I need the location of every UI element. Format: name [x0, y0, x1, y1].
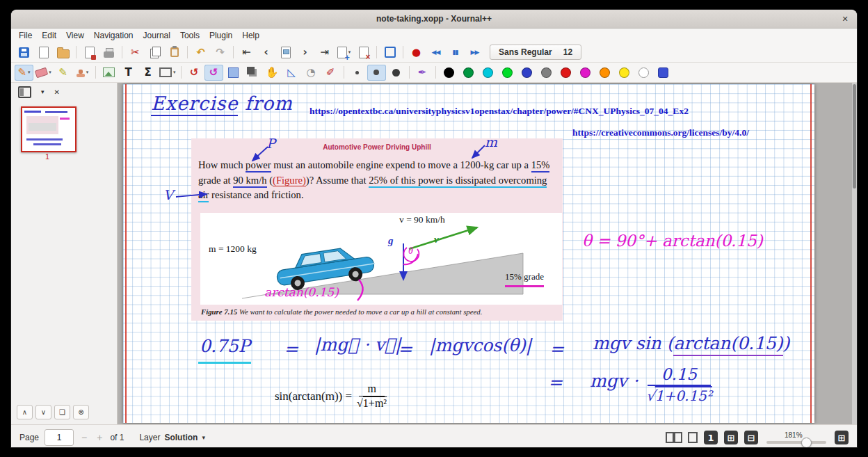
gravity-vector-label: g⃗: [388, 235, 401, 247]
color-black[interactable]: [440, 65, 458, 81]
color-magenta[interactable]: [576, 65, 595, 81]
vertical-scrollbar[interactable]: [852, 83, 857, 424]
source-url-link[interactable]: https://opentextbc.ca/universityphysicsv…: [310, 106, 689, 117]
two-page-view-icon[interactable]: [666, 432, 674, 443]
color-blue[interactable]: [517, 65, 536, 81]
page-number-input[interactable]: [45, 429, 74, 446]
delete-page-icon[interactable]: [354, 45, 373, 61]
fountain-pen-icon[interactable]: ✒: [413, 65, 432, 81]
chevron-up-icon[interactable]: ∧: [17, 405, 33, 419]
menu-help[interactable]: Help: [237, 29, 264, 42]
size-fine-icon[interactable]: [348, 65, 367, 81]
lasso-select-icon[interactable]: ↺: [204, 65, 223, 81]
previous-page-icon[interactable]: ‹: [257, 45, 275, 61]
zoom-slider-knob[interactable]: [801, 438, 812, 447]
pen-tool-icon[interactable]: ✎▾: [15, 65, 33, 81]
license-url-link[interactable]: https://creativecommons.org/licenses/by/…: [572, 127, 749, 138]
menu-navigation[interactable]: Navigation: [89, 29, 138, 42]
cut-icon[interactable]: ✂: [126, 45, 145, 61]
new-document-icon[interactable]: [34, 45, 53, 61]
layer-chevron-icon[interactable]: ▾: [202, 434, 205, 441]
shape-tool-icon[interactable]: ▾: [158, 65, 177, 81]
highlighter-tool-icon[interactable]: ✎: [54, 65, 72, 81]
image-tool-icon[interactable]: [99, 65, 118, 81]
next-page-icon[interactable]: ›: [296, 45, 314, 61]
single-page-view-icon[interactable]: [688, 432, 698, 443]
color-cyan[interactable]: [479, 65, 497, 81]
print-icon[interactable]: [99, 45, 118, 61]
layer-stack-icon[interactable]: [243, 65, 262, 81]
color-yellow[interactable]: [615, 65, 634, 81]
zoom-slider[interactable]: [766, 441, 826, 444]
color-gray[interactable]: [537, 65, 556, 81]
toolbar-separator: [187, 46, 188, 58]
hand-tool-icon[interactable]: ✋: [263, 65, 282, 81]
menu-plugin[interactable]: Plugin: [204, 29, 237, 42]
zoom-out-badge[interactable]: ⊟: [744, 431, 758, 444]
page-thumbnail[interactable]: [21, 106, 77, 152]
paste-icon[interactable]: [165, 45, 184, 61]
color-orange: [600, 67, 610, 78]
color-red[interactable]: [556, 65, 575, 81]
first-page-icon[interactable]: ⇤: [237, 45, 256, 61]
undo-icon[interactable]: ↶: [191, 45, 210, 61]
menu-tools[interactable]: Tools: [175, 29, 204, 42]
zoom-in-badge[interactable]: ⊞: [835, 431, 849, 444]
figure-link[interactable]: (Figure): [273, 175, 306, 186]
zoom-fit-badge[interactable]: ⊞: [724, 431, 738, 444]
spline-tool-icon: ◔: [306, 67, 315, 78]
chevron-down-icon: ▾: [49, 70, 51, 75]
open-icon[interactable]: [54, 45, 72, 61]
color-orange[interactable]: [595, 65, 614, 81]
font-selector-button[interactable]: Sans Regular 12: [490, 45, 581, 60]
eraser-tool-icon[interactable]: ▾: [34, 65, 53, 81]
forward-icon[interactable]: ▶▶: [465, 45, 484, 61]
redo-icon[interactable]: ↷: [211, 45, 230, 61]
duplicate-page-icon[interactable]: ❏: [54, 405, 70, 419]
menu-file[interactable]: File: [14, 29, 37, 42]
color-green[interactable]: [459, 65, 478, 81]
text-tool-icon[interactable]: T: [119, 65, 138, 81]
page-preview-icon[interactable]: [276, 45, 295, 61]
menu-journal[interactable]: Journal: [138, 29, 175, 42]
titlebar[interactable]: note-taking.xopp - Xournal++ ✕: [11, 10, 857, 29]
problem-text-segment: grade at: [198, 175, 233, 186]
chevron-down-icon[interactable]: ▾: [41, 88, 45, 95]
add-page-icon[interactable]: ▾: [335, 45, 353, 61]
color-picker-icon[interactable]: [654, 65, 673, 81]
size-medium-icon[interactable]: [367, 65, 386, 81]
fraction-numerator: 0.15: [648, 365, 711, 386]
document-page[interactable]: Exercise from https://opentextbc.ca/univ…: [123, 84, 814, 423]
page-decrement-button[interactable]: −: [79, 432, 89, 443]
close-window-button[interactable]: ✕: [839, 13, 851, 24]
color-white[interactable]: [634, 65, 653, 81]
close-sidebar-button[interactable]: ✕: [54, 88, 60, 96]
ruler-icon[interactable]: ◺: [282, 65, 301, 81]
color-lightgreen[interactable]: [498, 65, 517, 81]
page-increment-button[interactable]: +: [95, 432, 104, 443]
menu-edit[interactable]: Edit: [37, 29, 61, 42]
delete-circle-icon[interactable]: ⊗: [73, 405, 89, 419]
stamp-tool-icon[interactable]: ▾: [73, 65, 92, 81]
preview-pane-icon[interactable]: [18, 86, 31, 98]
menu-view[interactable]: View: [61, 29, 89, 42]
scrollbar-thumb[interactable]: [853, 84, 856, 189]
size-thick-icon[interactable]: [387, 65, 405, 81]
record-audio-icon[interactable]: ●: [407, 45, 426, 61]
save-icon[interactable]: [15, 45, 33, 61]
last-page-icon[interactable]: ⇥: [315, 45, 334, 61]
rect-select-icon[interactable]: [224, 65, 243, 81]
pause-icon[interactable]: ▮▮: [446, 45, 465, 61]
spline-tool-icon[interactable]: ◔: [302, 65, 321, 81]
export-pdf-icon[interactable]: [80, 45, 99, 61]
math-tex-icon[interactable]: Σ: [138, 65, 157, 81]
page-number-badge[interactable]: 1: [704, 431, 718, 444]
rewind-icon[interactable]: ◀◀: [426, 45, 445, 61]
fullscreen-icon[interactable]: [380, 45, 399, 61]
first-page-icon: ⇤: [242, 47, 251, 58]
copy-icon[interactable]: [145, 45, 164, 61]
chevron-down-icon[interactable]: ∨: [35, 405, 51, 419]
shape-recognizer-icon[interactable]: ↺: [185, 65, 204, 81]
brush-icon[interactable]: ✐: [321, 65, 340, 81]
layer-value[interactable]: Solution: [164, 433, 198, 442]
